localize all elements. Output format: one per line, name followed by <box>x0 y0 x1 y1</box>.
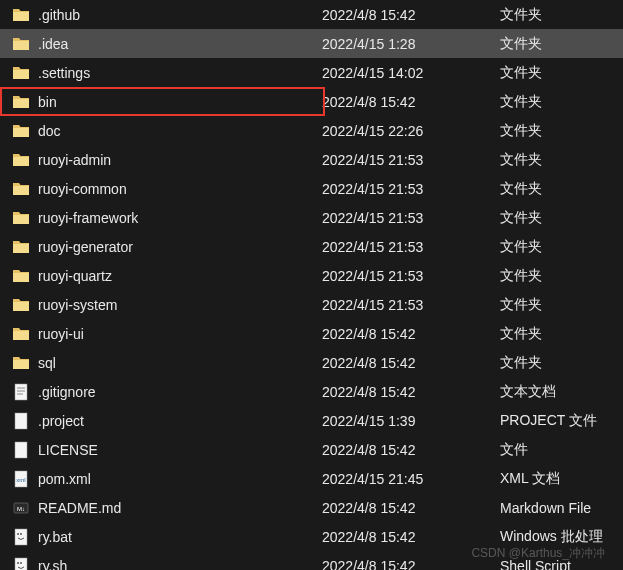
file-type: 文件夹 <box>500 238 623 256</box>
svg-text:M↓: M↓ <box>17 506 25 512</box>
file-type: 文件夹 <box>500 93 623 111</box>
file-row[interactable]: xmlpom.xml2022/4/15 21:45XML 文档 <box>0 464 623 493</box>
file-name: .github <box>38 7 80 23</box>
file-date: 2022/4/15 21:53 <box>322 181 500 197</box>
file-row[interactable]: .github2022/4/8 15:42文件夹 <box>0 0 623 29</box>
file-row[interactable]: ruoyi-common2022/4/15 21:53文件夹 <box>0 174 623 203</box>
file-row[interactable]: LICENSE2022/4/8 15:42文件 <box>0 435 623 464</box>
file-name: ruoyi-quartz <box>38 268 112 284</box>
file-type: 文件夹 <box>500 325 623 343</box>
file-date: 2022/4/15 1:28 <box>322 36 500 52</box>
folder-icon <box>12 209 30 227</box>
file-type: 文件夹 <box>500 64 623 82</box>
file-type: 文本文档 <box>500 383 623 401</box>
svg-rect-0 <box>15 384 27 400</box>
file-list: .github2022/4/8 15:42文件夹.idea2022/4/15 1… <box>0 0 623 570</box>
file-row[interactable]: .gitignore2022/4/8 15:42文本文档 <box>0 377 623 406</box>
file-name: bin <box>38 94 57 110</box>
folder-icon <box>12 325 30 343</box>
svg-point-14 <box>17 562 19 564</box>
file-type: Markdown File <box>500 500 623 516</box>
file-row[interactable]: ruoyi-framework2022/4/15 21:53文件夹 <box>0 203 623 232</box>
folder-icon <box>12 296 30 314</box>
file-type: 文件 <box>500 441 623 459</box>
file-name: ry.sh <box>38 558 67 571</box>
svg-point-11 <box>17 533 19 535</box>
file-row[interactable]: ruoyi-quartz2022/4/15 21:53文件夹 <box>0 261 623 290</box>
svg-rect-5 <box>15 442 27 458</box>
file-name: ruoyi-ui <box>38 326 84 342</box>
file-row[interactable]: .settings2022/4/15 14:02文件夹 <box>0 58 623 87</box>
file-name: ry.bat <box>38 529 72 545</box>
file-date: 2022/4/8 15:42 <box>322 442 500 458</box>
file-row[interactable]: .idea2022/4/15 1:28文件夹 <box>0 29 623 58</box>
file-type: 文件夹 <box>500 122 623 140</box>
file-name: sql <box>38 355 56 371</box>
script-icon <box>12 528 30 546</box>
file-row[interactable]: ruoyi-generator2022/4/15 21:53文件夹 <box>0 232 623 261</box>
file-type: PROJECT 文件 <box>500 412 623 430</box>
folder-icon <box>12 267 30 285</box>
file-icon <box>12 412 30 430</box>
file-date: 2022/4/15 21:53 <box>322 268 500 284</box>
file-row[interactable]: sql2022/4/8 15:42文件夹 <box>0 348 623 377</box>
file-date: 2022/4/15 14:02 <box>322 65 500 81</box>
file-date: 2022/4/15 1:39 <box>322 413 500 429</box>
file-name: LICENSE <box>38 442 98 458</box>
file-name: .gitignore <box>38 384 96 400</box>
file-row[interactable]: doc2022/4/15 22:26文件夹 <box>0 116 623 145</box>
file-row[interactable]: ruoyi-system2022/4/15 21:53文件夹 <box>0 290 623 319</box>
folder-icon <box>12 354 30 372</box>
xml-icon: xml <box>12 470 30 488</box>
text-icon <box>12 383 30 401</box>
folder-icon <box>12 238 30 256</box>
file-name: ruoyi-framework <box>38 210 138 226</box>
file-name: .project <box>38 413 84 429</box>
file-name: ruoyi-system <box>38 297 117 313</box>
svg-point-15 <box>20 562 22 564</box>
file-type: 文件夹 <box>500 180 623 198</box>
file-date: 2022/4/15 21:53 <box>322 210 500 226</box>
file-type: 文件夹 <box>500 35 623 53</box>
file-row[interactable]: M↓README.md2022/4/8 15:42Markdown File <box>0 493 623 522</box>
file-name: ruoyi-generator <box>38 239 133 255</box>
script-icon <box>12 557 30 571</box>
file-name: .idea <box>38 36 68 52</box>
file-row[interactable]: bin2022/4/8 15:42文件夹 <box>0 87 623 116</box>
folder-icon <box>12 122 30 140</box>
file-date: 2022/4/15 21:53 <box>322 152 500 168</box>
file-type: 文件夹 <box>500 151 623 169</box>
file-name: ruoyi-admin <box>38 152 111 168</box>
folder-icon <box>12 151 30 169</box>
file-type: XML 文档 <box>500 470 623 488</box>
file-date: 2022/4/8 15:42 <box>322 94 500 110</box>
file-row[interactable]: ruoyi-admin2022/4/15 21:53文件夹 <box>0 145 623 174</box>
file-date: 2022/4/15 21:45 <box>322 471 500 487</box>
file-name: .settings <box>38 65 90 81</box>
file-date: 2022/4/8 15:42 <box>322 529 500 545</box>
file-name: README.md <box>38 500 121 516</box>
file-name: doc <box>38 123 61 139</box>
svg-rect-10 <box>15 529 27 545</box>
watermark-text: CSDN @Karthus_冲冲冲 <box>471 545 605 562</box>
file-date: 2022/4/15 21:53 <box>322 239 500 255</box>
svg-point-12 <box>20 533 22 535</box>
file-type: 文件夹 <box>500 6 623 24</box>
file-date: 2022/4/15 22:26 <box>322 123 500 139</box>
file-date: 2022/4/8 15:42 <box>322 500 500 516</box>
file-row[interactable]: .project2022/4/15 1:39PROJECT 文件 <box>0 406 623 435</box>
folder-icon <box>12 180 30 198</box>
file-row[interactable]: ruoyi-ui2022/4/8 15:42文件夹 <box>0 319 623 348</box>
svg-rect-4 <box>15 413 27 429</box>
folder-icon <box>12 6 30 24</box>
folder-icon <box>12 93 30 111</box>
file-date: 2022/4/8 15:42 <box>322 355 500 371</box>
file-date: 2022/4/15 21:53 <box>322 297 500 313</box>
folder-icon <box>12 35 30 53</box>
file-name: pom.xml <box>38 471 91 487</box>
file-type: 文件夹 <box>500 209 623 227</box>
svg-text:xml: xml <box>16 477 25 483</box>
file-type: 文件夹 <box>500 296 623 314</box>
file-type: 文件夹 <box>500 354 623 372</box>
md-icon: M↓ <box>12 499 30 517</box>
